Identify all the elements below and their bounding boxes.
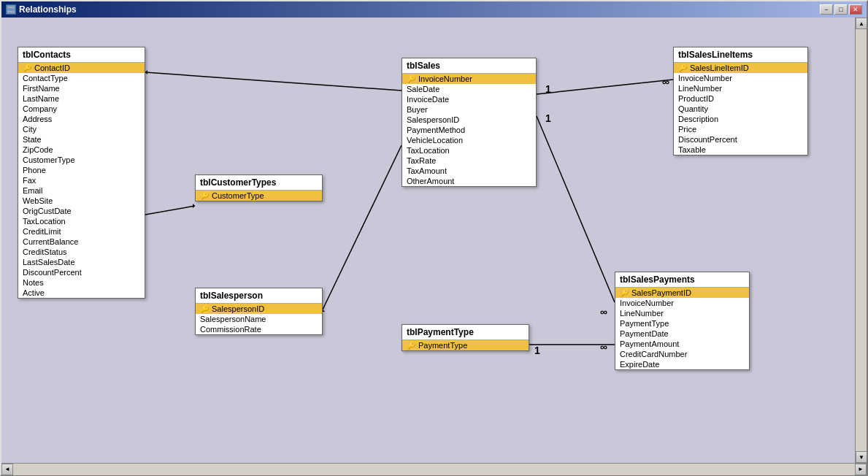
maximize-button[interactable]: □ — [834, 4, 848, 15]
field-name: CustomerType — [23, 156, 75, 164]
field-fax: Fax — [18, 175, 145, 185]
cardinality-1-saleslineitems: 1 — [545, 83, 551, 95]
field-quantity: Quantity — [674, 104, 807, 114]
field-name: InvoiceDate — [407, 95, 449, 104]
field-name: CreditStatus — [23, 247, 67, 256]
field-taxlocation: TaxLocation — [18, 216, 145, 226]
field-name: Price — [678, 125, 696, 134]
table-tblsales: tblSales🔑InvoiceNumberSaleDateInvoiceDat… — [402, 58, 537, 187]
title-bar-left: Relationships — [6, 4, 77, 15]
field-discountpercent: DiscountPercent — [674, 134, 807, 145]
field-name: Quantity — [678, 104, 708, 113]
field-contactid: 🔑ContactID — [18, 63, 145, 73]
field-invoicenumber: 🔑InvoiceNumber — [402, 74, 536, 84]
field-taxrate: TaxRate — [402, 156, 536, 166]
field-name: PaymentMethod — [407, 126, 465, 134]
field-buyer: Buyer — [402, 104, 536, 115]
field-otheramount: OtherAmount — [402, 176, 536, 186]
field-origcustdate: OrigCustDate — [18, 206, 145, 216]
key-icon: 🔑 — [23, 64, 31, 72]
table-tblsalesperson: tblSalesperson🔑SalespersonIDSalespersonN… — [195, 288, 323, 335]
svg-line-10 — [323, 145, 402, 310]
field-taxamount: TaxAmount — [402, 166, 536, 176]
field-phone: Phone — [18, 165, 145, 175]
field-name: ProductID — [678, 94, 714, 103]
field-invoicenumber: InvoiceNumber — [615, 298, 749, 308]
cardinality-inf-salespayments: ∞ — [600, 306, 607, 318]
table-header-tblpaymenttype: tblPaymentType — [402, 325, 529, 340]
field-creditcardnumber: CreditCardNumber — [615, 349, 749, 359]
field-price: Price — [674, 124, 807, 134]
field-currentbalance: CurrentBalance — [18, 237, 145, 247]
cardinality-1-salespayments: 1 — [545, 112, 551, 124]
diagram-area: 1 ∞ 1 ∞ 1 ∞ tblContacts🔑ContactIDContact… — [1, 18, 855, 463]
table-tblcustomertypes: tblCustomerTypes🔑CustomerType — [195, 174, 323, 201]
field-notes: Notes — [18, 277, 145, 288]
field-creditstatus: CreditStatus — [18, 247, 145, 257]
field-linenumber: LineNumber — [615, 308, 749, 318]
field-paymentmethod: PaymentMethod — [402, 125, 536, 135]
field-name: CommissionRate — [200, 325, 261, 334]
title-bar: Relationships − □ ✕ — [1, 1, 867, 18]
field-name: State — [23, 135, 42, 144]
window-title: Relationships — [19, 4, 77, 15]
scroll-right-button[interactable]: ► — [855, 464, 867, 475]
field-paymentamount: PaymentAmount — [615, 339, 749, 349]
bottom-bar: ◄ ► — [1, 463, 867, 475]
scroll-track-horizontal[interactable] — [13, 464, 855, 475]
cardinality-1-paymenttype: 1 — [534, 345, 540, 356]
field-city: City — [18, 124, 145, 134]
svg-line-8 — [145, 206, 195, 215]
field-name: Fax — [23, 176, 36, 185]
field-name: TaxLocation — [23, 217, 66, 226]
field-invoicedate: InvoiceDate — [402, 94, 536, 104]
field-name: InvoiceNumber — [620, 299, 674, 307]
field-name: SalespersonID — [212, 304, 264, 313]
field-name: CreditCardNumber — [620, 350, 687, 358]
scrollbar-right: ▲ ▼ — [855, 18, 867, 463]
scroll-left-button[interactable]: ◄ — [1, 464, 13, 475]
table-tblcontacts: tblContacts🔑ContactIDContactTypeFirstNam… — [18, 47, 145, 299]
field-name: TaxRate — [407, 156, 436, 165]
field-zipcode: ZipCode — [18, 145, 145, 155]
table-tblsaleslineitems: tblSalesLineItems🔑SalesLineItemIDInvoice… — [673, 47, 808, 156]
field-linenumber: LineNumber — [674, 83, 807, 93]
key-icon: 🔑 — [200, 305, 209, 313]
key-icon: 🔑 — [678, 64, 687, 72]
scroll-down-button[interactable]: ▼ — [856, 451, 867, 463]
close-button[interactable]: ✕ — [849, 4, 862, 15]
minimize-button[interactable]: − — [820, 4, 833, 15]
field-name: LastSalesDate — [23, 258, 75, 266]
field-expiredate: ExpireDate — [615, 359, 749, 369]
field-name: Taxable — [678, 145, 706, 154]
scroll-up-button[interactable]: ▲ — [856, 18, 867, 29]
svg-line-6 — [145, 72, 402, 91]
field-invoicenumber: InvoiceNumber — [674, 73, 807, 83]
field-productid: ProductID — [674, 93, 807, 104]
table-header-tblsalesperson: tblSalesperson — [196, 288, 322, 304]
field-name: ZipCode — [23, 145, 53, 154]
window-icon — [6, 4, 16, 15]
field-name: SalesPaymentID — [631, 288, 691, 297]
table-header-tblcustomertypes: tblCustomerTypes — [196, 175, 322, 191]
field-creditlimit: CreditLimit — [18, 226, 145, 237]
field-paymentdate: PaymentDate — [615, 329, 749, 339]
field-commissionrate: CommissionRate — [196, 324, 322, 334]
svg-rect-3 — [12, 10, 15, 13]
field-name: TaxLocation — [407, 146, 450, 155]
svg-marker-7 — [145, 70, 147, 74]
field-name: OrigCustDate — [23, 207, 72, 215]
field-taxlocation: TaxLocation — [402, 145, 536, 156]
field-name: OtherAmount — [407, 177, 454, 185]
field-salespersonid: SalespersonID — [402, 115, 536, 125]
title-buttons: − □ ✕ — [820, 4, 862, 15]
field-state: State — [18, 134, 145, 145]
field-name: WebSite — [23, 196, 53, 205]
field-name: CurrentBalance — [23, 237, 78, 246]
field-name: ExpireDate — [620, 360, 659, 369]
field-website: WebSite — [18, 196, 145, 206]
scroll-track-vertical[interactable] — [856, 29, 867, 451]
field-lastname: LastName — [18, 93, 145, 104]
field-name: FirstName — [23, 84, 60, 93]
table-header-tblcontacts: tblContacts — [18, 47, 145, 63]
